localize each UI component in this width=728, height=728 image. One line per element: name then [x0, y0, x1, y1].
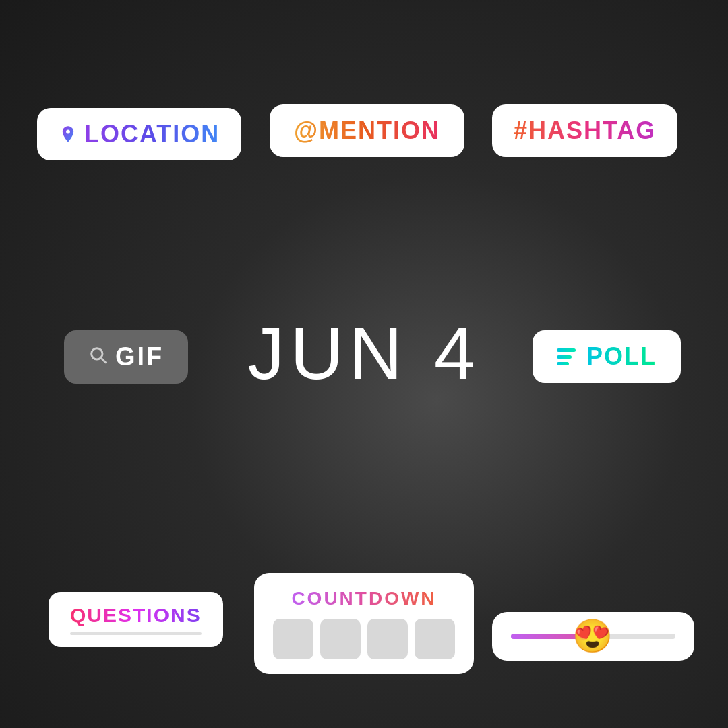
- countdown-block-4: [415, 619, 455, 659]
- date-display: JUN 4: [247, 310, 481, 396]
- questions-underline: [70, 632, 202, 635]
- questions-sticker[interactable]: QUESTIONS: [49, 592, 223, 647]
- countdown-sticker[interactable]: COUNTDOWN: [254, 573, 474, 674]
- poll-lines-icon: [557, 348, 576, 365]
- countdown-block-1: [273, 619, 313, 659]
- gif-sticker[interactable]: GIF: [64, 330, 188, 384]
- questions-label: QUESTIONS: [70, 604, 202, 627]
- poll-label: POLL: [586, 342, 657, 371]
- location-pin-icon: [59, 125, 78, 144]
- mention-sticker[interactable]: @MENTION: [270, 104, 464, 157]
- emoji-slider-sticker[interactable]: 😍: [492, 612, 694, 661]
- location-sticker[interactable]: LOCATION: [37, 108, 241, 160]
- countdown-block-2: [320, 619, 361, 659]
- slider-emoji: 😍: [572, 620, 613, 653]
- countdown-blocks: [273, 619, 455, 659]
- gif-label: GIF: [115, 342, 164, 371]
- mention-label: @MENTION: [294, 117, 440, 145]
- poll-line-2: [557, 355, 572, 359]
- date-label: JUN 4: [247, 311, 481, 394]
- poll-sticker[interactable]: POLL: [533, 330, 681, 383]
- poll-line-1: [557, 348, 576, 352]
- countdown-block-3: [367, 619, 408, 659]
- svg-line-1: [101, 358, 105, 362]
- slider-track-container[interactable]: 😍: [511, 627, 675, 646]
- hashtag-sticker[interactable]: #HASHTAG: [492, 104, 677, 157]
- countdown-label: COUNTDOWN: [291, 588, 436, 609]
- poll-line-3: [557, 362, 569, 365]
- search-icon: [88, 345, 107, 369]
- hashtag-label: #HASHTAG: [514, 117, 656, 145]
- location-label: LOCATION: [84, 120, 220, 148]
